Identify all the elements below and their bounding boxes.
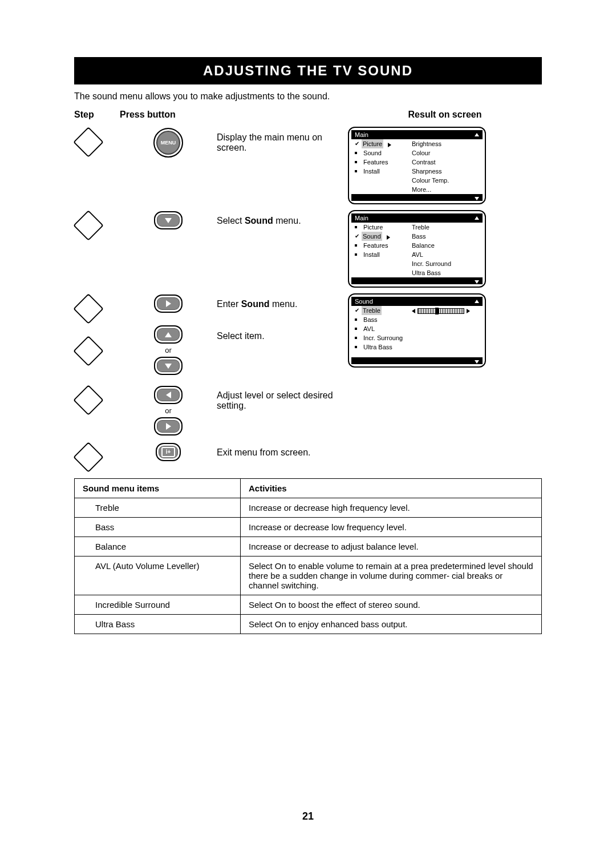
table-row: AVL (Auto Volume Leveller)Select On to e… bbox=[75, 556, 542, 595]
down-button-icon bbox=[154, 357, 183, 375]
or-label: or bbox=[165, 346, 172, 354]
table-row: BalanceIncrease or decrease to adjust ba… bbox=[75, 537, 542, 556]
table-row: Incredible SurroundSelect On to boost th… bbox=[75, 595, 542, 615]
diamond-icon bbox=[73, 442, 104, 473]
step2-desc: Select Sound menu. bbox=[217, 210, 348, 226]
page-title: ADJUSTING THE TV SOUND bbox=[74, 57, 542, 84]
diamond-icon bbox=[73, 336, 104, 366]
step4-desc: Select item. bbox=[217, 331, 348, 341]
up-button-icon bbox=[154, 325, 183, 344]
down-button-icon bbox=[154, 211, 183, 229]
step1-desc: Display the main menu on screen. bbox=[217, 127, 348, 153]
menu-button-icon: MENU bbox=[153, 128, 183, 158]
left-button-icon bbox=[154, 386, 183, 404]
right-button-icon bbox=[154, 295, 183, 313]
sound-items-table: Sound menu items Activities TrebleIncrea… bbox=[74, 478, 542, 634]
step3-desc: Enter Sound menu. bbox=[217, 299, 348, 309]
or-label: or bbox=[165, 406, 172, 415]
table-row: Ultra BassSelect On to enjoy enhanced ba… bbox=[75, 615, 542, 634]
step-row-3-4: or Enter Sound menu. Select item. Sound … bbox=[74, 293, 542, 385]
step-row-5: or Adjust level or select desired settin… bbox=[74, 385, 542, 442]
step6-desc: Exit menu from screen. bbox=[217, 442, 348, 458]
osd-main-picture: Main ✔PictureBrightness SoundColour Feat… bbox=[348, 127, 486, 204]
header-step: Step bbox=[74, 110, 120, 120]
osd-sound-menu: Sound ✔Treble Bass AVL Incr. Surroung Ul… bbox=[348, 293, 486, 368]
right-button-icon bbox=[154, 417, 183, 435]
step-row-2: Select Sound menu. Main PictureTreble ✔S… bbox=[74, 210, 542, 293]
table-row: TrebleIncrease or decrease high frequenc… bbox=[75, 498, 542, 518]
header-result: Result on screen bbox=[348, 110, 542, 120]
steps-header: Step Press button Result on screen bbox=[74, 110, 542, 120]
header-press: Press button bbox=[120, 110, 217, 120]
diamond-icon bbox=[73, 385, 104, 416]
diamond-icon bbox=[73, 127, 104, 158]
osd-main-sound: Main PictureTreble ✔SoundBass FeaturesBa… bbox=[348, 210, 486, 288]
page-number: 21 bbox=[0, 810, 616, 822]
table-row: BassIncrease or decrease low frequency l… bbox=[75, 518, 542, 537]
table-header-activities: Activities bbox=[241, 479, 542, 498]
table-header-items: Sound menu items bbox=[75, 479, 241, 498]
diamond-icon bbox=[73, 210, 104, 241]
step-row-1: MENU Display the main menu on screen. Ma… bbox=[74, 127, 542, 210]
intro-text: The sound menu allows you to make adjust… bbox=[74, 91, 542, 102]
step-row-6: i+ Exit menu from screen. bbox=[74, 442, 542, 476]
info-exit-button-icon: i+ bbox=[156, 443, 181, 461]
step5-desc: Adjust level or select desired setting. bbox=[217, 385, 348, 411]
